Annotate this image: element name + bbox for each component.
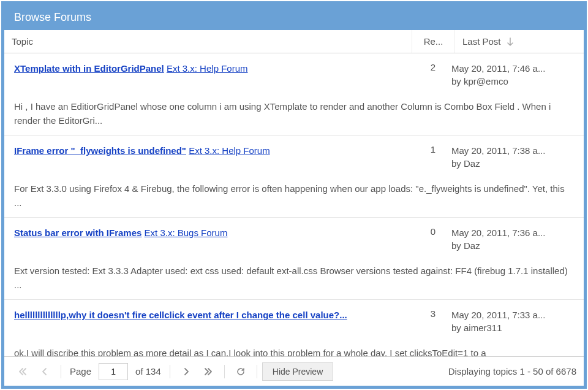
toolbar-separator [61,365,61,378]
table-row: Status bar error with IFrames Ext 3.x: B… [4,218,584,300]
column-header-topic[interactable]: Topic [4,30,412,53]
paging-status: Displaying topics 1 - 50 of 6678 [448,366,576,377]
column-header-lastpost[interactable]: Last Post [455,30,584,53]
topic-title-link[interactable]: XTemplate with in EditorGridPanel [14,63,164,74]
toolbar-separator [224,365,225,378]
topic-lastpost-author: by Daz [451,157,574,170]
topic-replies: 2 [415,62,451,72]
hide-preview-button[interactable]: Hide Preview [262,362,333,381]
topic-title-link[interactable]: IFrame error "_flyweights is undefined" [14,145,186,156]
grid-header: Topic Re... Last Post [4,30,584,53]
table-row: IFrame error "_flyweights is undefined" … [4,136,584,218]
paging-toolbar: Page of 134 Hide Preview Displaying topi… [4,356,584,386]
topic-forum-link[interactable]: Ext 3.x: Bugs Forum [145,228,228,238]
topic-excerpt: ok,I will discribe this problem as more … [14,346,574,356]
topic-title-link[interactable]: hellllllllllllllp,why it doesn't fire ce… [14,310,347,320]
titlebar: Browse Forums [4,4,584,30]
topic-lastpost-date: May 20, 2011, 7:36 a... [451,226,574,239]
window-title: Browse Forums [14,11,91,24]
topic-lastpost-date: May 20, 2011, 7:33 a... [451,308,574,321]
topic-lastpost-author: by aimer311 [451,321,574,334]
column-header-replies[interactable]: Re... [412,30,455,53]
forum-window: Browse Forums Topic Re... Last Post XTem… [1,1,587,389]
grid-body[interactable]: XTemplate with in EditorGridPanel Ext 3.… [4,53,584,356]
topic-forum-link[interactable]: Ext 3.x: Help Forum [167,63,248,74]
topic-lastpost-date: May 20, 2011, 7:46 a... [451,62,574,75]
toolbar-separator [257,365,257,378]
topic-forum-link[interactable]: Ext 3.x: Help Forum [189,145,270,156]
table-row: hellllllllllllllp,why it doesn't fire ce… [4,300,584,356]
topic-lastpost-author: by Daz [451,239,574,252]
topic-lastpost-author: by kpr@emco [451,75,574,88]
first-page-button[interactable] [12,361,34,383]
column-header-topic-label: Topic [12,36,33,47]
topic-excerpt: Ext version tested: Ext 3.3.3 Adapter us… [14,264,574,292]
refresh-button[interactable] [230,361,252,383]
table-row: XTemplate with in EditorGridPanel Ext 3.… [4,53,584,136]
prev-page-button[interactable] [34,361,56,383]
topic-replies: 1 [415,144,451,155]
page-label: Page [70,366,91,377]
toolbar-separator [170,365,170,378]
topic-excerpt: For Ext 3.3.0 using Firefox 4 & Firebug,… [14,182,574,210]
page-input[interactable] [99,363,128,380]
topic-replies: 0 [415,226,451,237]
topic-title-link[interactable]: Status bar error with IFrames [14,228,141,238]
topic-lastpost-date: May 20, 2011, 7:38 a... [451,144,574,157]
column-header-replies-label: Re... [424,36,443,47]
topic-replies: 3 [415,308,451,319]
sort-descending-icon [506,37,514,46]
next-page-button[interactable] [175,361,197,383]
topic-excerpt: Hi , I have an EditiorGridPanel whose on… [14,100,574,128]
last-page-button[interactable] [197,361,219,383]
column-header-lastpost-label: Last Post [462,36,501,47]
page-of-label: of 134 [135,366,161,377]
